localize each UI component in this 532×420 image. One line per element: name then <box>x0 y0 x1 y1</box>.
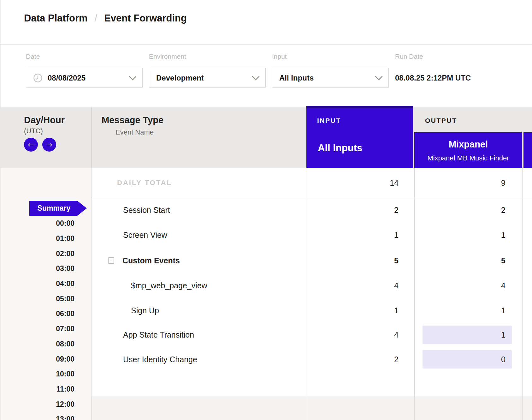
hour-slot-01[interactable]: 01:00 <box>1 231 74 246</box>
input-dropdown[interactable]: All Inputs <box>272 68 389 88</box>
hour-slot-06[interactable]: 06:00 <box>1 306 74 321</box>
table-row-sign-up: Sign Up 1 1 <box>91 302 532 319</box>
output-count: 1 <box>442 326 505 344</box>
output-count: 5 <box>442 252 505 269</box>
next-output-column-partial[interactable] <box>523 132 532 168</box>
hour-slot-05[interactable]: 05:00 <box>1 291 74 306</box>
input-column-header[interactable]: INPUT All Inputs <box>306 106 413 168</box>
summary-row-badge[interactable]: Summary <box>29 201 87 216</box>
table-row-custom-events: − Custom Events 5 5 <box>91 252 532 269</box>
filter-input: Input All Inputs <box>272 53 389 88</box>
filter-date: Date 08/08/2025 <box>26 53 143 88</box>
daily-total-input-value: 14 <box>335 168 399 198</box>
table-row-screen-view: Screen View 1 1 <box>91 226 532 244</box>
clock-icon <box>33 73 43 83</box>
time-sidebar: Summary 00:00 01:00 02:00 03:00 04:00 05… <box>1 168 91 420</box>
output-count: 1 <box>442 226 505 244</box>
daily-total-output-value: 9 <box>442 168 505 198</box>
arrow-left-icon: ← <box>28 141 34 149</box>
event-name-subtitle: Event Name <box>115 128 163 136</box>
table-row-session-start: Session Start 2 2 <box>91 201 532 219</box>
daily-total-divider <box>91 198 532 198</box>
day-hour-title: Day/Hour <box>24 115 65 125</box>
hour-slot-07[interactable]: 07:00 <box>1 321 74 337</box>
breadcrumb-separator: / <box>95 13 98 24</box>
header-divider <box>0 44 532 45</box>
daily-total-label: DAILY TOTAL <box>117 168 172 198</box>
day-hour-header: Day/Hour (UTC) ← → <box>24 115 65 152</box>
hour-slot-09[interactable]: 09:00 <box>1 351 74 367</box>
input-count: 1 <box>335 302 399 319</box>
hour-slot-10[interactable]: 10:00 <box>1 367 74 382</box>
input-count: 4 <box>335 277 399 294</box>
run-date-label: Run Date <box>395 53 531 60</box>
event-forwarding-page: Data Platform / Event Forwarding Date 08… <box>0 0 532 420</box>
input-value: All Inputs <box>279 74 314 82</box>
hour-slot-11[interactable]: 11:00 <box>1 382 74 397</box>
environment-label: Environment <box>149 53 266 60</box>
date-value: 08/08/2025 <box>48 74 86 82</box>
output-section-label: OUTPUT <box>425 117 457 124</box>
input-count: 2 <box>335 201 399 219</box>
next-day-button[interactable]: → <box>42 138 56 152</box>
filter-environment: Environment Development <box>149 53 266 88</box>
output-column-header-mixpanel[interactable]: Mixpanel Mixpanel MB Music Finder <box>414 132 522 168</box>
event-name: Sign Up <box>131 302 159 319</box>
date-label: Date <box>26 53 143 60</box>
hour-slot-02[interactable]: 02:00 <box>1 246 74 261</box>
event-name: User Identity Change <box>123 351 197 368</box>
event-name: $mp_web_page_view <box>131 277 207 294</box>
environment-value: Development <box>156 74 204 82</box>
minus-glyph: − <box>110 258 113 263</box>
page-title: Event Forwarding <box>104 13 187 24</box>
hour-slot-13[interactable]: 13:00 <box>1 412 74 420</box>
summary-label: Summary <box>38 204 71 213</box>
event-name: Custom Events <box>122 252 180 269</box>
previous-day-button[interactable]: ← <box>24 138 38 152</box>
table-row-user-identity-change: User Identity Change 2 0 <box>91 351 532 368</box>
table-row-mp-web-page-view: $mp_web_page_view 4 4 <box>91 277 532 294</box>
output-count: 4 <box>442 277 505 294</box>
arrow-right-icon: → <box>46 141 52 149</box>
table-row-app-state-transition: App State Transition 4 1 <box>91 326 532 344</box>
input-label: Input <box>272 53 389 60</box>
input-count: 1 <box>335 226 399 244</box>
day-nav: ← → <box>24 138 65 152</box>
output-count: 0 <box>442 351 505 368</box>
filter-run-date: Run Date 08.08.25 2:12PM UTC <box>395 53 531 88</box>
input-column-title: All Inputs <box>318 142 362 154</box>
output-count: 2 <box>442 201 505 219</box>
chevron-down-icon <box>252 73 259 80</box>
chevron-down-icon <box>129 73 136 80</box>
environment-dropdown[interactable]: Development <box>149 68 266 88</box>
hour-slot-08[interactable]: 08:00 <box>1 337 74 352</box>
collapse-minus-icon[interactable]: − <box>108 257 114 264</box>
output-column-subtitle: Mixpanel MB Music Finder <box>414 154 522 162</box>
input-count: 5 <box>335 252 399 269</box>
hour-slot-04[interactable]: 04:00 <box>1 276 74 291</box>
input-count: 2 <box>335 351 399 368</box>
output-column-title: Mixpanel <box>414 139 522 150</box>
event-name: App State Transition <box>123 326 194 344</box>
header-column-divider <box>91 107 92 168</box>
table-footer-band <box>92 396 532 420</box>
hour-slot-03[interactable]: 03:00 <box>1 261 74 276</box>
message-type-header: Message Type Event Name <box>102 115 163 136</box>
breadcrumb-section[interactable]: Data Platform <box>24 13 88 24</box>
message-type-title: Message Type <box>102 115 163 125</box>
breadcrumb: Data Platform / Event Forwarding <box>24 13 187 24</box>
event-name: Screen View <box>123 226 167 244</box>
input-count: 4 <box>335 326 399 344</box>
hour-slot-12[interactable]: 12:00 <box>1 397 74 412</box>
event-name: Session Start <box>123 201 170 219</box>
hour-list: 00:00 01:00 02:00 03:00 04:00 05:00 06:0… <box>1 216 74 420</box>
run-date-value: 08.08.25 2:12PM UTC <box>395 68 531 88</box>
output-count: 1 <box>442 302 505 319</box>
input-section-label: INPUT <box>317 117 341 124</box>
chevron-down-icon <box>375 73 382 80</box>
hour-slot-00[interactable]: 00:00 <box>1 216 74 231</box>
daily-total-row: DAILY TOTAL 14 9 <box>91 168 532 198</box>
date-dropdown[interactable]: 08/08/2025 <box>26 68 143 88</box>
day-hour-subtitle: (UTC) <box>24 127 65 135</box>
